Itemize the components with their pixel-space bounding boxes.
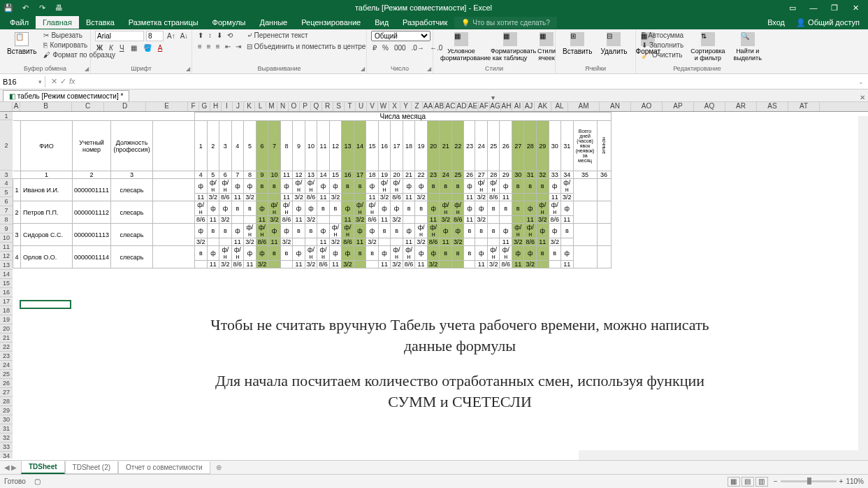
font-color-button[interactable]: A	[157, 43, 164, 52]
merge-center-button[interactable]: ⊟ Объединить и поместить в центре	[245, 42, 368, 51]
row-header[interactable]: 4	[0, 179, 13, 188]
row-header[interactable]: 33	[0, 443, 13, 452]
row-header[interactable]: 20	[0, 324, 13, 333]
expand-formula-icon[interactable]: ⌄	[854, 78, 868, 85]
undo-icon[interactable]: ↶	[20, 2, 31, 13]
row-header[interactable]: 16	[0, 288, 13, 297]
tab-review[interactable]: Рецензирование	[294, 16, 368, 29]
row-header[interactable]: 34	[0, 452, 13, 459]
clear-button[interactable]: 🧹 Очистить	[640, 50, 685, 59]
col-header[interactable]: P	[300, 102, 311, 111]
indent-inc-icon[interactable]: ⇥	[234, 42, 243, 51]
panel-chevron-icon[interactable]: ▾	[489, 94, 498, 101]
sheet-tab-2[interactable]: TDSheet (2)	[65, 461, 118, 474]
align-middle-icon[interactable]: ↕	[207, 31, 213, 40]
close-panel-icon[interactable]: ✕	[857, 94, 868, 101]
row-header[interactable]: 11	[0, 243, 13, 252]
row-header[interactable]: 1	[0, 112, 13, 120]
col-header[interactable]: AJ	[523, 102, 535, 111]
col-header[interactable]: AB	[434, 102, 445, 111]
paste-button[interactable]: 📋 Вставить	[4, 31, 39, 59]
row-header[interactable]: 5	[0, 188, 13, 197]
sheet-nav-next-icon[interactable]: ▶	[11, 464, 17, 471]
tab-formulas[interactable]: Формулы	[205, 16, 253, 29]
col-header[interactable]: S	[333, 102, 345, 111]
row-header[interactable]: 27	[0, 388, 13, 397]
row-header[interactable]: 12	[0, 252, 13, 261]
document-tab[interactable]: ◧ табель [Режим совместимости] *	[3, 90, 129, 101]
col-header[interactable]: AM	[568, 102, 600, 111]
row-header[interactable]: 6	[0, 197, 13, 206]
col-header[interactable]: AR	[725, 102, 757, 111]
percent-icon[interactable]: %	[381, 43, 390, 52]
align-right-icon[interactable]: ≡	[215, 42, 222, 51]
row-header[interactable]: 18	[0, 306, 13, 315]
col-header[interactable]: A	[13, 102, 20, 111]
col-header[interactable]: I	[222, 102, 233, 111]
number-format[interactable]: Общий	[371, 31, 431, 41]
tab-developer[interactable]: Разработчик	[396, 16, 454, 29]
row-header[interactable]: 24	[0, 361, 13, 370]
col-header[interactable]: F	[188, 102, 199, 111]
underline-button[interactable]: Ч	[118, 43, 126, 52]
zoom-out-icon[interactable]: −	[774, 478, 778, 485]
col-header[interactable]: X	[389, 102, 400, 111]
col-header[interactable]: AN	[600, 102, 631, 111]
sheet-tab-1[interactable]: TDSheet	[21, 461, 65, 474]
align-left-icon[interactable]: ≡	[196, 42, 203, 51]
tab-layout[interactable]: Разметка страницы	[122, 16, 205, 29]
row-header[interactable]: 25	[0, 370, 13, 379]
col-header[interactable]: AD	[456, 102, 468, 111]
row-header[interactable]: 10	[0, 234, 13, 243]
col-header[interactable]: AH	[501, 102, 512, 111]
decrease-font-icon[interactable]: A↓	[179, 31, 190, 41]
col-header[interactable]: AE	[468, 102, 479, 111]
vertical-scrollbar[interactable]	[858, 116, 868, 460]
insert-cells-button[interactable]: ⊞Вставить	[560, 31, 595, 57]
col-header[interactable]: Z	[412, 102, 423, 111]
col-header[interactable]: C	[72, 102, 104, 111]
col-header[interactable]: AT	[788, 102, 820, 111]
row-header[interactable]: 3	[0, 171, 13, 179]
col-header[interactable]: L	[255, 102, 266, 111]
view-page-break-icon[interactable]: ▥	[755, 477, 768, 487]
border-button[interactable]: ▦	[129, 43, 138, 52]
row-header[interactable]: 8	[0, 215, 13, 224]
row-header[interactable]: 32	[0, 433, 13, 443]
delete-cells-button[interactable]: ⊟Удалить	[598, 31, 630, 57]
col-header[interactable]: AL	[551, 102, 568, 111]
horizontal-scrollbar[interactable]	[579, 450, 858, 460]
sheet-nav-prev-icon[interactable]: ◀	[4, 464, 10, 471]
wrap-text-button[interactable]: ⤶ Перенести текст	[245, 31, 368, 40]
col-header[interactable]: T	[345, 102, 356, 111]
col-header[interactable]: Q	[311, 102, 322, 111]
tab-insert[interactable]: Вставка	[79, 16, 122, 29]
cell-styles-button[interactable]: ▦Стили ячеек	[535, 31, 558, 63]
number-dialog-icon[interactable]: ◢	[427, 66, 431, 72]
sort-filter-button[interactable]: ⇅Сортировка и фильтр	[688, 31, 728, 63]
ribbon-options-icon[interactable]: ▭	[783, 1, 802, 14]
zoom-level[interactable]: 110%	[846, 478, 864, 485]
formula-bar[interactable]	[81, 76, 854, 87]
col-header[interactable]: G	[199, 102, 210, 111]
row-header[interactable]: 15	[0, 279, 13, 288]
col-header[interactable]: M	[266, 102, 277, 111]
name-box[interactable]: B16▾	[0, 76, 45, 87]
align-bottom-icon[interactable]: ⬇	[215, 31, 224, 40]
quickprint-icon[interactable]: 🖶	[53, 2, 64, 13]
format-table-button[interactable]: ▦Форматировать как таблицу	[488, 31, 532, 63]
macro-record-icon[interactable]: ▢	[34, 478, 41, 485]
share-button[interactable]: 👤 Общий доступ	[790, 18, 865, 27]
tell-me[interactable]: 💡 Что вы хотите сделать?	[454, 17, 557, 29]
clipboard-dialog-icon[interactable]: ◢	[85, 66, 89, 72]
bold-button[interactable]: Ж	[95, 43, 104, 52]
tab-home[interactable]: Главная	[36, 16, 79, 29]
col-header[interactable]: N	[277, 102, 289, 111]
col-header[interactable]: AO	[631, 102, 663, 111]
increase-font-icon[interactable]: A↑	[166, 31, 177, 41]
tab-data[interactable]: Данные	[252, 16, 294, 29]
row-header[interactable]: 19	[0, 315, 13, 324]
col-header[interactable]: AK	[535, 102, 551, 111]
align-center-icon[interactable]: ≡	[205, 42, 212, 51]
fill-color-button[interactable]: 🪣	[142, 43, 153, 52]
